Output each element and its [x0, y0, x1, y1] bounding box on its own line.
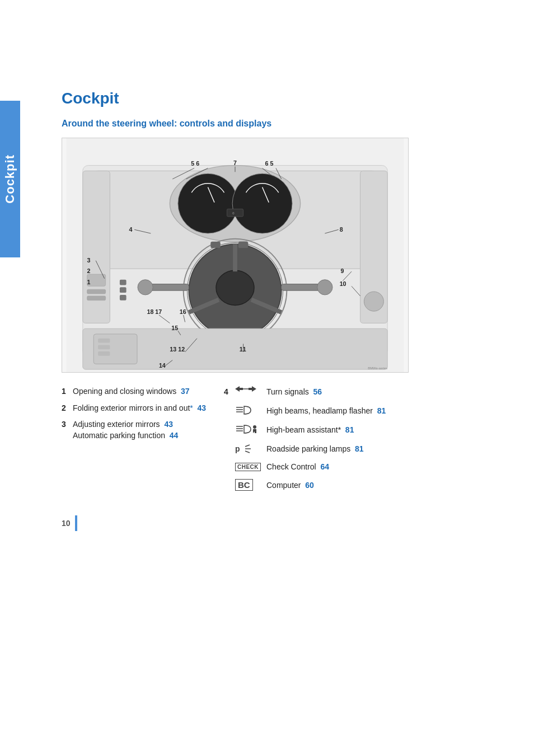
items-right: 4 Turn signals 56 — [224, 386, 465, 499]
svg-point-18 — [138, 280, 153, 295]
svg-rect-19 — [120, 280, 127, 285]
item-label: Computer 60 — [266, 481, 465, 490]
svg-rect-27 — [87, 289, 106, 294]
items-left: 1 Opening and closing windows 37 2 Foldi… — [62, 386, 224, 499]
svg-rect-8 — [227, 209, 243, 217]
parking-lamps-icon: p — [235, 443, 263, 454]
svg-text:p: p — [235, 444, 240, 453]
cockpit-svg: 0 — [62, 138, 408, 372]
item-number: 2 — [62, 403, 73, 414]
page-num-bar — [75, 515, 77, 531]
item-number: 4 — [224, 387, 235, 396]
svg-text:9: 9 — [341, 267, 344, 274]
svg-text:16: 16 — [180, 308, 186, 315]
svg-text:3: 3 — [87, 257, 91, 264]
item-label: Adjusting exterior mirrors 43 Automatic … — [73, 419, 213, 441]
list-item: 4 Turn signals 56 — [224, 386, 465, 397]
svg-marker-71 — [235, 386, 243, 392]
svg-text:14: 14 — [159, 362, 166, 369]
cockpit-diagram: 0 — [62, 138, 409, 373]
list-item: 2 Folding exterior mirrors in and out* 4… — [62, 403, 213, 414]
section-heading: Around the steering wheel: controls and … — [62, 119, 512, 129]
svg-text:4: 4 — [129, 226, 132, 233]
list-item: High beams, headlamp flasher 81 — [224, 405, 465, 416]
svg-text:7: 7 — [233, 159, 237, 166]
item-label: Opening and closing windows 37 — [73, 386, 213, 397]
svg-point-4 — [178, 173, 238, 233]
item-label: Turn signals 56 — [266, 387, 465, 396]
list-item: CHECK Check Control 64 — [224, 462, 465, 471]
svg-point-12 — [216, 270, 254, 305]
svg-text:8: 8 — [340, 226, 343, 233]
svg-rect-20 — [120, 287, 127, 293]
svg-rect-31 — [210, 242, 220, 248]
svg-point-5 — [232, 173, 292, 233]
high-beam-assist-icon — [235, 424, 263, 435]
svg-text:5 6: 5 6 — [191, 160, 199, 167]
items-wrapper: 1 Opening and closing windows 37 2 Foldi… — [62, 386, 465, 499]
list-item: High-beam assistant* 81 — [224, 424, 465, 435]
svg-line-82 — [245, 445, 250, 447]
svg-rect-28 — [87, 296, 106, 300]
side-tab-label: Cockpit — [3, 154, 17, 204]
item-label: High beams, headlamp flasher 81 — [266, 406, 465, 415]
svg-text:11: 11 — [240, 346, 246, 353]
svg-point-23 — [317, 280, 332, 295]
list-item: 1 Opening and closing windows 37 — [62, 386, 213, 397]
list-item: 3 Adjusting exterior mirrors 43 Automati… — [62, 419, 213, 441]
computer-bc-icon: BC — [235, 479, 263, 491]
item-label: Folding exterior mirrors in and out* 43 — [73, 403, 213, 414]
svg-marker-72 — [249, 386, 256, 392]
svg-text:2: 2 — [87, 267, 91, 274]
page-title: Cockpit — [62, 90, 512, 107]
svg-rect-32 — [238, 242, 248, 248]
check-control-icon: CHECK — [235, 463, 263, 471]
item-number: 3 — [62, 419, 73, 430]
turn-signal-icon — [235, 386, 263, 397]
high-beam-icon — [235, 405, 263, 416]
svg-rect-22 — [282, 284, 322, 291]
svg-rect-36 — [98, 345, 110, 349]
svg-text:1: 1 — [87, 279, 91, 285]
svg-rect-35 — [98, 339, 110, 343]
svg-text:18 17: 18 17 — [147, 308, 162, 315]
svg-point-30 — [364, 292, 383, 311]
page-number-container: 10 — [62, 515, 512, 531]
item-label: Check Control 64 — [266, 462, 465, 471]
svg-text:BMWe-series: BMWe-series — [368, 367, 387, 370]
svg-rect-21 — [120, 295, 127, 300]
svg-text:13 12: 13 12 — [170, 346, 185, 353]
svg-point-80 — [253, 425, 256, 429]
main-content: Cockpit Around the steering wheel: contr… — [28, 0, 534, 553]
svg-text:6 5: 6 5 — [265, 160, 273, 167]
item-number: 1 — [62, 386, 73, 397]
side-tab: Cockpit — [0, 101, 20, 257]
svg-text:10: 10 — [340, 280, 346, 287]
item-label: Roadside parking lamps 81 — [266, 444, 465, 453]
svg-text:15: 15 — [171, 325, 178, 331]
list-item: p Roadside parking lamps 81 — [224, 443, 465, 454]
list-item: BC Computer 60 — [224, 479, 465, 491]
svg-rect-37 — [98, 351, 110, 356]
page-num-value: 10 — [62, 519, 71, 528]
item-label: High-beam assistant* 81 — [266, 425, 465, 434]
svg-rect-17 — [148, 284, 189, 291]
svg-line-84 — [245, 451, 250, 453]
